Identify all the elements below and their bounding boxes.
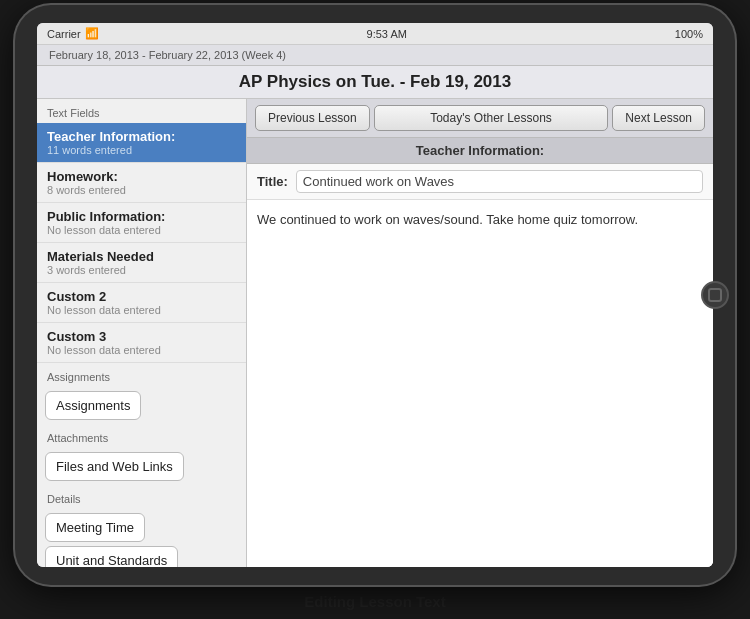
title-label: Title: (257, 174, 288, 189)
ipad-frame: Carrier 📶 9:53 AM 100% February 18, 2013… (15, 5, 735, 585)
sidebar-item-homework-title: Homework: (47, 169, 236, 184)
details-section-label: Details (37, 485, 246, 509)
sidebar-item-materials-title: Materials Needed (47, 249, 236, 264)
status-bar: Carrier 📶 9:53 AM 100% (37, 23, 713, 45)
wifi-icon: 📶 (85, 27, 99, 40)
attachments-section-label: Attachments (37, 424, 246, 448)
todays-other-lessons-button[interactable]: Today's Other Lessons (374, 105, 609, 131)
title-input[interactable] (296, 170, 703, 193)
sidebar-item-custom3[interactable]: Custom 3 No lesson data entered (37, 323, 246, 363)
page-caption: Editing Lesson Text (304, 585, 445, 614)
ipad-screen: Carrier 📶 9:53 AM 100% February 18, 2013… (37, 23, 713, 567)
section-header: Teacher Information: (247, 138, 713, 164)
files-web-links-button[interactable]: Files and Web Links (45, 452, 184, 481)
content-panel: Previous Lesson Today's Other Lessons Ne… (247, 99, 713, 567)
sidebar-item-homework[interactable]: Homework: 8 words entered (37, 163, 246, 203)
sidebar-item-materials[interactable]: Materials Needed 3 words entered (37, 243, 246, 283)
home-button-inner (708, 288, 722, 302)
carrier-label: Carrier (47, 28, 81, 40)
assignments-section-label: Assignments (37, 363, 246, 387)
unit-standards-button[interactable]: Unit and Standards (45, 546, 178, 567)
main-content: Text Fields Teacher Information: 11 word… (37, 99, 713, 567)
nav-buttons: Previous Lesson Today's Other Lessons Ne… (247, 99, 713, 138)
sidebar-item-teacher-info-subtitle: 11 words entered (47, 144, 236, 156)
sidebar-item-teacher-info-title: Teacher Information: (47, 129, 236, 144)
sidebar-item-public-info[interactable]: Public Information: No lesson data enter… (37, 203, 246, 243)
assignments-button[interactable]: Assignments (45, 391, 141, 420)
sidebar-item-custom3-subtitle: No lesson data entered (47, 344, 236, 356)
prev-lesson-button[interactable]: Previous Lesson (255, 105, 370, 131)
date-bar: February 18, 2013 - February 22, 2013 (W… (37, 45, 713, 66)
sidebar-item-custom2-title: Custom 2 (47, 289, 236, 304)
time-display: 9:53 AM (367, 28, 407, 40)
lesson-title-bar: AP Physics on Tue. - Feb 19, 2013 (37, 66, 713, 99)
battery-display: 100% (675, 28, 703, 40)
sidebar-item-custom2-subtitle: No lesson data entered (47, 304, 236, 316)
content-text: We continued to work on waves/sound. Tak… (247, 200, 713, 567)
text-fields-label: Text Fields (37, 99, 246, 123)
sidebar-item-homework-subtitle: 8 words entered (47, 184, 236, 196)
meeting-time-button[interactable]: Meeting Time (45, 513, 145, 542)
title-row: Title: (247, 164, 713, 200)
date-range: February 18, 2013 - February 22, 2013 (W… (49, 49, 286, 61)
sidebar-item-public-info-title: Public Information: (47, 209, 236, 224)
home-button[interactable] (701, 281, 729, 309)
sidebar-item-teacher-info[interactable]: Teacher Information: 11 words entered (37, 123, 246, 163)
sidebar: Text Fields Teacher Information: 11 word… (37, 99, 247, 567)
sidebar-item-custom2[interactable]: Custom 2 No lesson data entered (37, 283, 246, 323)
sidebar-item-public-info-subtitle: No lesson data entered (47, 224, 236, 236)
next-lesson-button[interactable]: Next Lesson (612, 105, 705, 131)
sidebar-item-materials-subtitle: 3 words entered (47, 264, 236, 276)
sidebar-item-custom3-title: Custom 3 (47, 329, 236, 344)
